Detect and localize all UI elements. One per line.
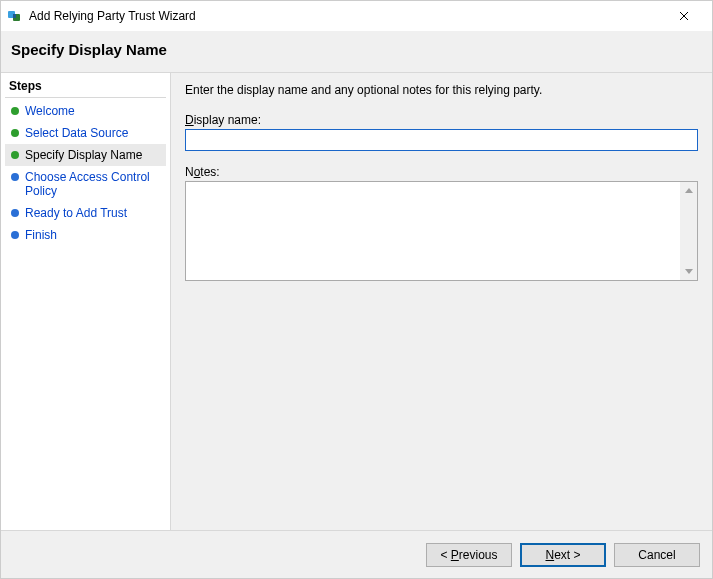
step-bullet-icon xyxy=(11,231,19,239)
cancel-button[interactable]: Cancel xyxy=(614,543,700,567)
step-bullet-icon xyxy=(11,209,19,217)
page-header: Specify Display Name xyxy=(1,31,712,72)
step-bullet-icon xyxy=(11,107,19,115)
notes-textarea[interactable] xyxy=(186,182,680,280)
step-label: Finish xyxy=(25,228,57,242)
display-name-input[interactable] xyxy=(185,129,698,151)
notes-field-wrap xyxy=(185,181,698,281)
previous-button[interactable]: < Previous xyxy=(426,543,512,567)
step-bullet-icon xyxy=(11,129,19,137)
page-title: Specify Display Name xyxy=(11,41,700,58)
step-label: Select Data Source xyxy=(25,126,128,140)
window-title: Add Relying Party Trust Wizard xyxy=(29,9,664,23)
steps-pane: Steps Welcome Select Data Source Specify… xyxy=(1,73,171,530)
app-icon xyxy=(7,8,23,24)
content-pane: Enter the display name and any optional … xyxy=(171,73,712,530)
step-select-data-source[interactable]: Select Data Source xyxy=(5,122,166,144)
steps-heading: Steps xyxy=(5,79,166,98)
step-welcome[interactable]: Welcome xyxy=(5,100,166,122)
wizard-window: Add Relying Party Trust Wizard Specify D… xyxy=(0,0,713,579)
scroll-up-icon[interactable] xyxy=(680,182,697,199)
title-bar: Add Relying Party Trust Wizard xyxy=(1,1,712,31)
step-label: Welcome xyxy=(25,104,75,118)
svg-rect-2 xyxy=(13,14,16,18)
step-label: Choose Access Control Policy xyxy=(25,170,160,198)
step-choose-access-control-policy[interactable]: Choose Access Control Policy xyxy=(5,166,166,202)
step-specify-display-name[interactable]: Specify Display Name xyxy=(5,144,166,166)
step-label: Specify Display Name xyxy=(25,148,142,162)
close-button[interactable] xyxy=(664,2,704,30)
step-bullet-icon xyxy=(11,151,19,159)
step-label: Ready to Add Trust xyxy=(25,206,127,220)
step-finish[interactable]: Finish xyxy=(5,224,166,246)
scroll-down-icon[interactable] xyxy=(680,263,697,280)
instruction-text: Enter the display name and any optional … xyxy=(185,83,698,97)
display-name-label: Display name: xyxy=(185,113,698,127)
notes-label: Notes: xyxy=(185,165,698,179)
notes-scrollbar[interactable] xyxy=(680,182,697,280)
wizard-body: Steps Welcome Select Data Source Specify… xyxy=(1,72,712,530)
step-ready-to-add-trust[interactable]: Ready to Add Trust xyxy=(5,202,166,224)
next-button[interactable]: Next > xyxy=(520,543,606,567)
wizard-footer: < Previous Next > Cancel xyxy=(1,530,712,578)
step-bullet-icon xyxy=(11,173,19,181)
